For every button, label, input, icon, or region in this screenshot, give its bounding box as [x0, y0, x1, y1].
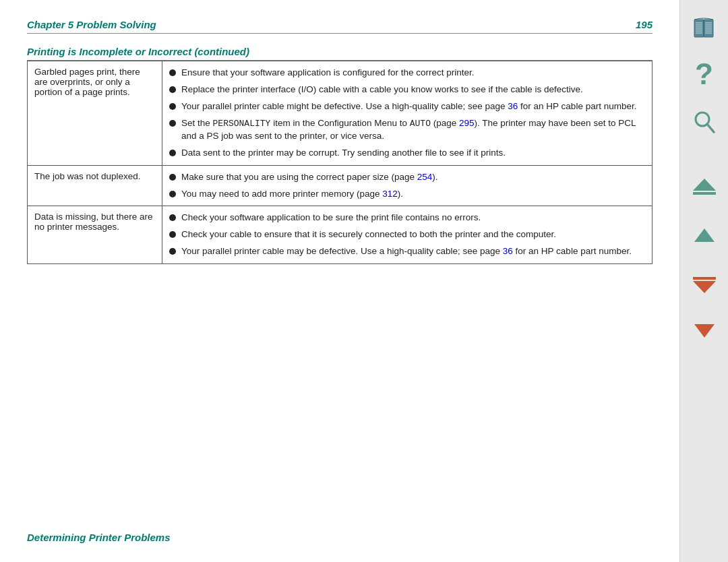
bullet-dot: [169, 248, 176, 255]
svg-marker-20: [694, 228, 715, 242]
list-item: Replace the printer interface (I/O) cabl…: [169, 84, 645, 96]
page-link-312[interactable]: 312: [382, 189, 398, 199]
table-row: Data is missing, but there are no printe…: [28, 206, 653, 264]
nav-down-large-icon[interactable]: [687, 266, 722, 301]
page-link-36b[interactable]: 36: [503, 246, 513, 256]
question-icon[interactable]: ?: [687, 58, 722, 93]
svg-rect-0: [694, 20, 704, 37]
bullet-dot: [169, 103, 176, 110]
bullet-dot: [169, 214, 176, 221]
nav-down-small-icon[interactable]: [687, 313, 722, 348]
svg-marker-23: [694, 324, 715, 338]
footer-text: Determining Printer Problems: [27, 532, 171, 543]
solutions-cell: Check your software application to be su…: [162, 206, 653, 264]
page-link-254[interactable]: 254: [417, 172, 433, 182]
nav-up-small-icon[interactable]: [687, 218, 722, 253]
nav-up-large-icon[interactable]: [687, 171, 722, 206]
svg-marker-18: [693, 179, 716, 191]
bullet-text: Make sure that you are using the correct…: [181, 171, 645, 184]
list-item: Set the PERSONALITY item in the Configur…: [169, 117, 645, 143]
list-item: Your parallel printer cable may be defec…: [169, 245, 645, 258]
bullet-text: Check your cable to ensure that it is se…: [181, 228, 645, 241]
list-item: Your parallel printer cable might be def…: [169, 100, 645, 113]
page-number: 195: [636, 19, 653, 30]
table-row: Garbled pages print, there are overprint…: [28, 61, 653, 166]
page-footer: Determining Printer Problems: [27, 521, 653, 543]
solutions-cell: Make sure that you are using the correct…: [162, 165, 653, 206]
bullet-dot: [169, 120, 176, 127]
list-item: Check your cable to ensure that it is se…: [169, 228, 645, 241]
search-icon[interactable]: [687, 105, 722, 140]
bullet-text: Ensure that your software application is…: [181, 67, 645, 80]
page-link-36[interactable]: 36: [508, 101, 518, 111]
table-row: The job was not duplexed. Make sure that…: [28, 165, 653, 206]
problem-text: The job was not duplexed.: [34, 171, 141, 181]
svg-rect-19: [693, 192, 716, 195]
bullet-text: Your parallel printer cable may be defec…: [181, 245, 645, 258]
section-heading: Printing is Incomplete or Incorrect (con…: [27, 46, 653, 61]
problem-cell: Data is missing, but there are no printe…: [28, 206, 162, 264]
solutions-cell: Ensure that your software application is…: [162, 61, 653, 166]
list-item: You may need to add more printer memory …: [169, 188, 645, 201]
list-item: Check your software application to be su…: [169, 212, 645, 224]
svg-text:?: ?: [695, 60, 713, 90]
list-item: Make sure that you are using the correct…: [169, 171, 645, 184]
bullet-dot: [169, 86, 176, 93]
bullet-text: Replace the printer interface (I/O) cabl…: [181, 84, 645, 96]
svg-line-17: [707, 124, 714, 132]
bullet-text: Check your software application to be su…: [181, 212, 645, 224]
bullet-list: Check your software application to be su…: [169, 212, 645, 258]
problem-text: Data is missing, but there are no printe…: [34, 212, 153, 232]
bullet-list: Ensure that your software application is…: [169, 67, 645, 160]
svg-rect-22: [693, 277, 716, 280]
list-item: Data sent to the printer may be corrupt.…: [169, 147, 645, 160]
sidebar: ?: [679, 0, 728, 562]
page-header: Chapter 5 Problem Solving 195: [27, 19, 653, 34]
bullet-text: Your parallel printer cable might be def…: [181, 100, 645, 113]
problem-cell: Garbled pages print, there are overprint…: [28, 61, 162, 166]
bullet-dot: [169, 174, 176, 181]
content-table: Garbled pages print, there are overprint…: [27, 61, 653, 264]
bullet-dot: [169, 150, 176, 156]
bullet-text: You may need to add more printer memory …: [181, 188, 645, 201]
bullet-text: Data sent to the printer may be corrupt.…: [181, 147, 645, 160]
mono-text: AUTO: [410, 119, 431, 129]
svg-marker-21: [693, 281, 716, 293]
bullet-list: Make sure that you are using the correct…: [169, 171, 645, 201]
page-link-295[interactable]: 295: [459, 118, 475, 128]
chapter-title: Chapter 5 Problem Solving: [27, 19, 156, 30]
main-content: Chapter 5 Problem Solving 195 Printing i…: [0, 0, 679, 562]
bullet-text: Set the PERSONALITY item in the Configur…: [181, 117, 645, 143]
problem-cell: The job was not duplexed.: [28, 165, 162, 206]
book-icon[interactable]: [687, 11, 722, 46]
problem-text: Garbled pages print, there are overprint…: [34, 67, 140, 97]
bullet-dot: [169, 231, 176, 238]
bullet-dot: [169, 191, 176, 197]
bullet-dot: [169, 69, 176, 76]
list-item: Ensure that your software application is…: [169, 67, 645, 80]
mono-text: PERSONALITY: [213, 119, 271, 129]
svg-rect-1: [704, 20, 713, 37]
